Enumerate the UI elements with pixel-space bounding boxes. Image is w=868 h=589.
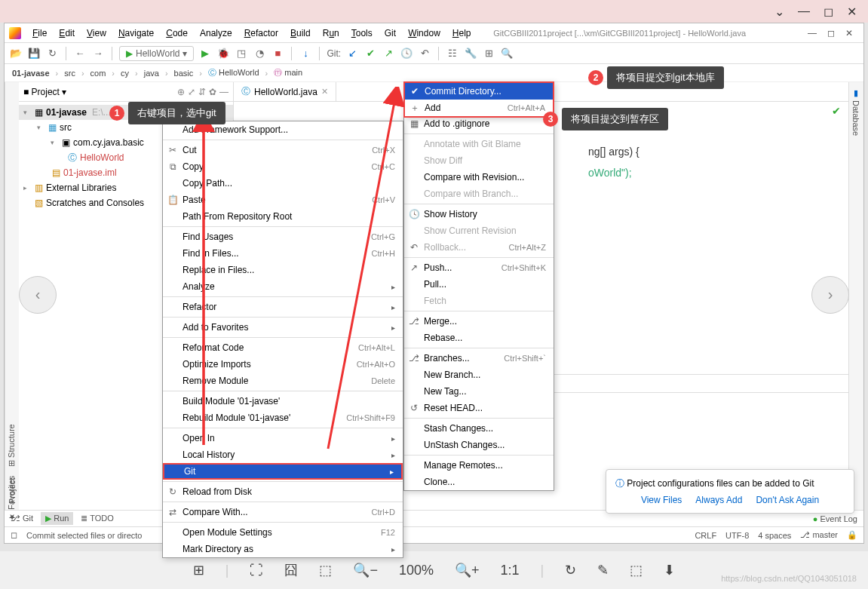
actual-size-icon[interactable]: 1:1 bbox=[501, 563, 520, 578]
ctx-optimize-imports[interactable]: Optimize ImportsCtrl+Alt+O bbox=[163, 356, 403, 373]
crumb-basic[interactable]: basic bbox=[173, 69, 195, 78]
menu-help[interactable]: Help bbox=[447, 26, 477, 41]
win-min-icon[interactable]: — bbox=[808, 28, 817, 38]
git-stash[interactable]: Stash Changes... bbox=[404, 420, 554, 437]
menu-analyze[interactable]: Analyze bbox=[195, 26, 238, 41]
ctx-rebuild-module[interactable]: Rebuild Module '01-javase'Ctrl+Shift+F9 bbox=[163, 410, 403, 426]
menu-run[interactable]: Run bbox=[317, 26, 345, 41]
viewer-down-icon[interactable]: ⌄ bbox=[774, 5, 784, 19]
notif-always-add[interactable]: Always Add bbox=[695, 495, 742, 505]
ctx-open-module-settings[interactable]: Open Module SettingsF12 bbox=[163, 524, 403, 541]
git-branches[interactable]: ⎇Branches...Ctrl+Shift+` bbox=[404, 350, 554, 367]
git-clone[interactable]: Clone... bbox=[404, 474, 554, 490]
viewer-close-icon[interactable]: ✕ bbox=[847, 5, 857, 19]
menu-tools[interactable]: Tools bbox=[346, 26, 378, 41]
lock-icon[interactable]: 🔒 bbox=[847, 530, 857, 540]
zoom-in-icon[interactable]: 🔍+ bbox=[455, 562, 480, 578]
wrench-icon[interactable]: 🔧 bbox=[464, 47, 477, 60]
settings-icon[interactable]: ☷ bbox=[446, 47, 459, 60]
git-add[interactable]: ＋AddCtrl+Alt+A bbox=[405, 100, 553, 116]
structure-icon[interactable]: ⊞ bbox=[482, 47, 495, 60]
coverage-icon[interactable]: ◳ bbox=[235, 47, 248, 60]
ctx-local-history[interactable]: Local History▸ bbox=[163, 446, 403, 463]
menu-git[interactable]: Git bbox=[379, 26, 401, 41]
notif-view-files[interactable]: View Files bbox=[641, 495, 682, 505]
ctx-find-in-files[interactable]: Find in Files...Ctrl+H bbox=[163, 245, 403, 262]
crumb-class[interactable]: Ⓒ HelloWorld bbox=[207, 67, 261, 78]
edit-icon[interactable]: ✎ bbox=[597, 562, 609, 578]
ctx-reformat[interactable]: Reformat CodeCtrl+Alt+L bbox=[163, 339, 403, 356]
zoom-out-icon[interactable]: 🔍− bbox=[353, 562, 378, 578]
settings-gear-icon[interactable]: ✿ bbox=[209, 87, 216, 97]
ctx-copy[interactable]: ⧉CopyCtrl+C bbox=[163, 158, 403, 175]
git-rollback-icon[interactable]: ↶ bbox=[418, 47, 431, 60]
ctx-git[interactable]: Git▸ bbox=[163, 463, 403, 480]
open-icon[interactable]: 📂 bbox=[9, 47, 23, 60]
hide-icon[interactable]: — bbox=[219, 87, 229, 97]
grid-icon[interactable]: ⊞ bbox=[193, 562, 204, 578]
scan-icon[interactable]: ⛶ bbox=[250, 563, 263, 578]
menu-edit[interactable]: Edit bbox=[54, 26, 80, 41]
ctx-refactor[interactable]: Refactor▸ bbox=[163, 299, 403, 315]
menu-file[interactable]: File bbox=[27, 26, 52, 41]
tw-todo[interactable]: ≣ TODO bbox=[81, 514, 113, 523]
git-history-icon[interactable]: 🕓 bbox=[400, 47, 413, 60]
run-icon[interactable]: ▶ bbox=[198, 47, 212, 60]
tab-favorites[interactable]: ★ Favorites bbox=[6, 476, 16, 522]
side-tab-database[interactable]: ▮ Database bbox=[848, 82, 863, 510]
git-manage-remotes[interactable]: Manage Remotes... bbox=[404, 457, 554, 474]
git-reset-head[interactable]: ↺Reset HEAD... bbox=[404, 400, 554, 416]
ctx-find-usages[interactable]: Find UsagesCtrl+G bbox=[163, 229, 403, 245]
ocr-icon[interactable]: 囧 bbox=[284, 561, 298, 579]
menu-build[interactable]: Build bbox=[285, 26, 316, 41]
forward-icon[interactable]: → bbox=[91, 47, 105, 60]
crumb-src[interactable]: src bbox=[63, 69, 77, 78]
crumb-module[interactable]: 01-javase bbox=[11, 69, 51, 78]
close-tab-icon[interactable]: ✕ bbox=[321, 87, 328, 97]
win-close-icon[interactable]: ✕ bbox=[845, 28, 853, 38]
expand-icon[interactable]: ⤢ bbox=[188, 87, 195, 97]
crumb-java[interactable]: java bbox=[143, 69, 161, 78]
menu-code[interactable]: Code bbox=[161, 26, 193, 41]
git-merge[interactable]: ⎇Merge... bbox=[404, 313, 554, 330]
menu-navigate[interactable]: Navigate bbox=[113, 26, 159, 41]
crop-icon[interactable]: ⬚ bbox=[630, 562, 643, 578]
search-icon[interactable]: 🔍 bbox=[500, 47, 514, 60]
ctx-add-favorites[interactable]: Add to Favorites▸ bbox=[163, 319, 403, 336]
tw-eventlog[interactable]: ● Event Log bbox=[813, 514, 857, 523]
git-add-gitignore[interactable]: ▦Add to .gitignore bbox=[404, 115, 554, 132]
ctx-paste[interactable]: 📋PasteCtrl+V bbox=[163, 192, 403, 208]
crumb-com[interactable]: com bbox=[89, 69, 108, 78]
menu-refactor[interactable]: Refactor bbox=[239, 26, 284, 41]
inspection-ok-icon[interactable]: ✔ bbox=[832, 105, 841, 117]
ctx-replace-in-files[interactable]: Replace in Files... bbox=[163, 262, 403, 278]
status-branch[interactable]: ⎇ master bbox=[800, 530, 838, 540]
git-commit-directory[interactable]: ✔Commit Directory... bbox=[405, 83, 553, 100]
menu-view[interactable]: View bbox=[81, 26, 112, 41]
vcs-update-icon[interactable]: ↓ bbox=[299, 47, 312, 60]
carousel-next[interactable]: › bbox=[811, 276, 849, 314]
sync-icon[interactable]: ↻ bbox=[45, 47, 59, 60]
ctx-path-repo[interactable]: Path From Repository Root bbox=[163, 208, 403, 225]
status-indent[interactable]: 4 spaces bbox=[758, 531, 791, 540]
git-push-icon[interactable]: ↗ bbox=[382, 47, 395, 60]
profile-icon[interactable]: ◔ bbox=[253, 47, 266, 60]
tab-helloworld[interactable]: Ⓒ HelloWorld.java ✕ bbox=[234, 82, 336, 101]
back-icon[interactable]: ← bbox=[73, 47, 87, 60]
status-encoding[interactable]: UTF-8 bbox=[725, 531, 749, 540]
debug-icon[interactable]: 🐞 bbox=[216, 47, 230, 60]
rotate-icon[interactable]: ↻ bbox=[565, 562, 576, 578]
download-icon[interactable]: ⬇ bbox=[664, 562, 675, 578]
ctx-remove-module[interactable]: Remove ModuleDelete bbox=[163, 373, 403, 389]
project-panel-title[interactable]: ■ Project ▾ bbox=[23, 87, 66, 97]
save-icon[interactable]: 💾 bbox=[27, 47, 41, 60]
git-rebase[interactable]: Rebase... bbox=[404, 330, 554, 346]
git-new-tag[interactable]: New Tag... bbox=[404, 383, 554, 400]
git-pull-icon[interactable]: ↙ bbox=[345, 47, 359, 60]
ctx-compare-with[interactable]: ⇄Compare With...Ctrl+D bbox=[163, 504, 403, 520]
git-push[interactable]: ↗Push...Ctrl+Shift+K bbox=[404, 259, 554, 276]
crumb-method[interactable]: ⓜ main bbox=[272, 67, 304, 78]
tab-structure[interactable]: ⊞ Structure bbox=[6, 424, 16, 467]
stop-icon[interactable]: ■ bbox=[271, 47, 284, 60]
viewer-min-icon[interactable]: — bbox=[798, 5, 810, 18]
